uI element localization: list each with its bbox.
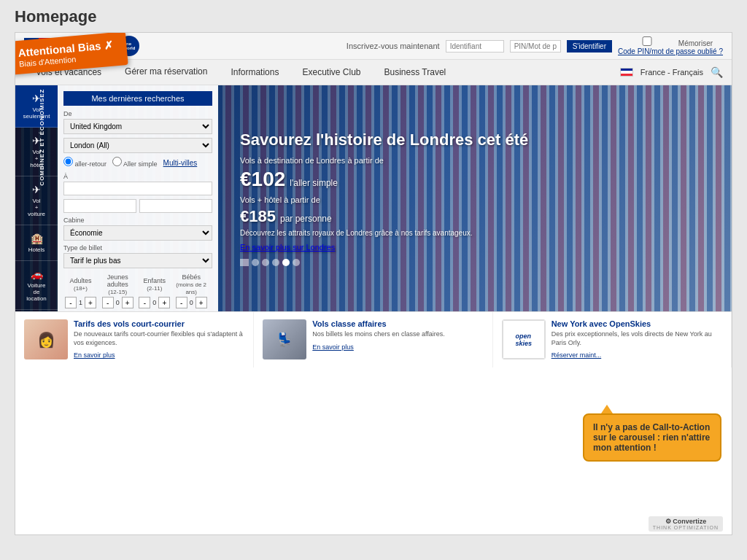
card-img-1: 👩 (24, 319, 68, 359)
card-desc-2: Nos billets les moins chers en classe af… (312, 330, 444, 339)
depart-date-input[interactable]: 10/6/16 (63, 199, 136, 213)
card-classe-affaires: 💺 Vols classe affaires Nos billets les m… (254, 312, 492, 368)
tab-personnalisez[interactable]: ☰ Personnalisezvotre voyage (15, 310, 58, 311)
bebes-header: Bébés(moins de 2 ans) (171, 273, 211, 295)
from-city-group: London (All) (63, 138, 212, 153)
carousel-dot-5[interactable] (293, 259, 300, 266)
adultes-increment[interactable]: + (85, 297, 96, 308)
locale-label[interactable]: France - Français (640, 68, 703, 77)
hero-price1: €102 (240, 168, 285, 191)
sidentifier-button[interactable]: S'identifier (567, 40, 612, 52)
from-city-select[interactable]: London (All) (63, 138, 212, 153)
cabine-label: Cabine (63, 217, 212, 224)
hero-desc: Découvrez les attraits royaux de Londres… (240, 229, 528, 237)
hero-subtitle: Vols à destination de Londres à partir d… (240, 156, 528, 165)
convertize-tagline: THINK OPTIMIZATION (653, 525, 719, 530)
cta-bubble-arrow (601, 405, 613, 413)
carousel-dot-1[interactable] (252, 259, 259, 266)
cta-bubble-text: Il n'y a pas de Call-to-Action sur le ca… (593, 422, 710, 453)
nav-item-business-travel[interactable]: Business Travel (373, 60, 458, 85)
adultes-decrement[interactable]: - (65, 297, 77, 308)
recent-searches-bar[interactable]: Mes dernières recherches (63, 91, 212, 106)
hero-price2-prefix: Vols + hôtel à partir de (240, 195, 528, 204)
identifiant-input[interactable] (446, 40, 504, 52)
convertize-logo-area: ⚙ Convertize THINK OPTIMIZATION (653, 518, 719, 530)
bebes-decrement[interactable]: - (176, 297, 187, 308)
from-country-select[interactable]: United Kingdom (63, 119, 212, 134)
card-title-1: Tarifs des vols court-courrier (74, 319, 244, 328)
jeunes-value: 0 (116, 299, 120, 306)
adultes-header: Adultes(18+) (65, 273, 96, 295)
screenshot-container: Attentional Bias ✗ Biais d'Attention BRI… (15, 32, 732, 535)
jeunes-header: Jeunes adultes(12-15) (98, 273, 137, 295)
card-img-3: openskies (502, 319, 546, 359)
carousel-dot-4[interactable] (282, 259, 290, 266)
enfants-decrement[interactable]: - (139, 297, 150, 308)
card-link-1[interactable]: En savoir plus (74, 351, 115, 359)
nav-item-informations[interactable]: Informations (219, 60, 290, 85)
carousel-dot-3[interactable] (272, 259, 279, 266)
enfants-increment[interactable]: + (158, 297, 170, 308)
tab-vol-voiture[interactable]: ✈ Vol+voiture (15, 176, 58, 225)
tab-vol-seulement[interactable]: ✈ Volseulement (15, 85, 58, 128)
nav-item-executive-club[interactable]: Executive Club (290, 60, 372, 85)
aller-retour-label[interactable]: aller-retour (63, 157, 107, 168)
pin-input[interactable] (510, 40, 561, 52)
tab-vol-hotel[interactable]: ✈ Vol+hôtel (15, 128, 58, 176)
code-pin-link[interactable]: Code PIN/mot de passe oublié ? (618, 47, 723, 55)
memoriser-checkbox[interactable] (618, 36, 676, 46)
card-text-2: Vols classe affaires Nos billets les moi… (312, 319, 444, 360)
card-link-2[interactable]: En savoir plus (312, 343, 354, 351)
hero-price1-label: l'aller simple (290, 178, 338, 188)
card-link-3[interactable]: Réserver maint... (551, 351, 602, 359)
to-group: À Marseille Provence, Marseille (MRS), F… (63, 173, 212, 195)
top-right-auth: Inscrivez-vous maintenant S'identifier M… (347, 36, 723, 55)
search-form: Mes dernières recherches De United Kingd… (58, 85, 218, 311)
bottom-cards: 👩 Tarifs des vols court-courrier De nouv… (15, 311, 732, 368)
carousel-dot-2[interactable] (262, 259, 269, 266)
enfants-value: 0 (152, 299, 156, 306)
multi-villes-link[interactable]: Multi-villes (163, 159, 198, 167)
car-icon: 🚗 (31, 268, 43, 280)
card-title-3: New York avec OpenSkies (551, 319, 722, 328)
cta-annotation-container: Il n'y a pas de Call-to-Action sur le ca… (583, 413, 721, 462)
jeunes-counter: - 0 + (98, 297, 137, 308)
jeunes-increment[interactable]: + (122, 297, 133, 308)
card-desc-3: Des prix exceptionnels, les vols directs… (551, 330, 722, 347)
to-label: À (63, 173, 212, 180)
cabine-group: Cabine Économie (63, 217, 212, 241)
tab-hotels[interactable]: 🏨 Hotels (15, 225, 58, 261)
page-title-bar: Homepage (0, 0, 747, 32)
from-country-group: De United Kingdom (63, 110, 212, 134)
aller-simple-radio[interactable] (112, 157, 122, 166)
adultes-counter: - 1 + (65, 297, 96, 308)
jeunes-decrement[interactable]: - (102, 297, 114, 308)
card-text-3: New York avec OpenSkies Des prix excepti… (551, 319, 722, 360)
hero-text-box: Savourez l'histoire de Londres cet été V… (240, 131, 528, 265)
tarif-select[interactable]: Tarif le plus bas (63, 253, 212, 268)
retour-date-input[interactable]: 17/6/16 (139, 199, 212, 213)
france-flag-icon (620, 68, 633, 77)
memoriser-checkbox-label[interactable]: Mémoriser (618, 39, 713, 47)
hero-title: Savourez l'histoire de Londres cet été (240, 131, 528, 149)
top-right-links: Mémoriser Code PIN/mot de passe oublié ? (618, 36, 723, 55)
bebes-increment[interactable]: + (196, 297, 207, 308)
adultes-value: 1 (79, 299, 82, 306)
sidebar-tabs: COMBINEZ ET ÉCONOMISEZ ✈ Volseulement ✈ … (15, 85, 58, 311)
cta-bubble: Il n'y a pas de Call-to-Action sur le ca… (583, 413, 721, 462)
hero-price2: €185 (240, 207, 276, 226)
tarif-group: Type de billet Tarif le plus bas (63, 244, 212, 268)
nav-item-gerer[interactable]: Gérer ma réservation (113, 62, 219, 82)
aller-retour-radio[interactable] (63, 157, 73, 166)
hero-section: COMBINEZ ET ÉCONOMISEZ ✈ Volseulement ✈ … (15, 85, 732, 311)
register-label: Inscrivez-vous maintenant (347, 42, 440, 50)
search-icon[interactable]: 🔍 (711, 66, 723, 78)
to-input[interactable]: Marseille Provence, Marseille (MRS), Fra… (63, 182, 212, 195)
nav-right: France - Français 🔍 (620, 66, 723, 78)
hero-link[interactable]: En savoir plus sur Londres (240, 243, 335, 252)
cabine-select[interactable]: Économie (63, 225, 212, 241)
card-openskies: openskies New York avec OpenSkies Des pr… (493, 312, 732, 368)
carousel-pause-btn[interactable] (240, 259, 249, 266)
tab-voiture-location[interactable]: 🚗 Voituredelocation (15, 261, 58, 310)
aller-simple-label[interactable]: Aller simple (112, 157, 158, 168)
